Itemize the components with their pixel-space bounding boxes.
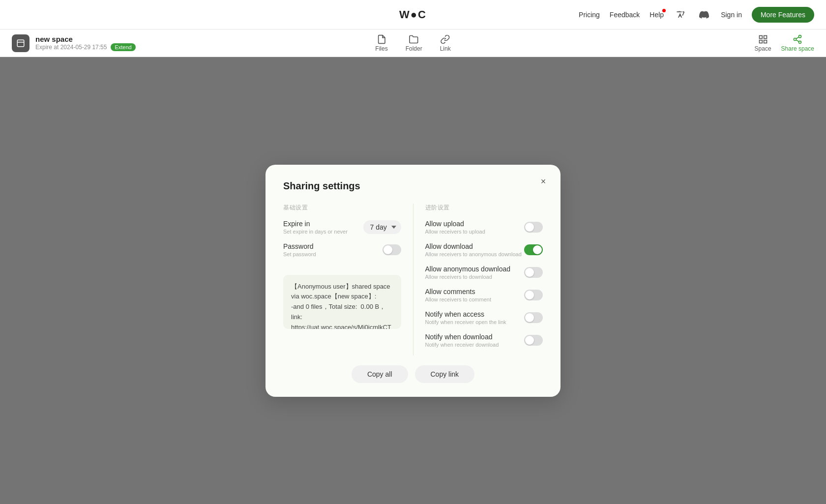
- notify-access-sublabel: Notify when receiver open the link: [425, 319, 506, 325]
- folder-nav-item[interactable]: Folder: [406, 34, 422, 52]
- allow-upload-sublabel: Allow receivers to upload: [425, 229, 485, 235]
- svg-point-5: [799, 35, 801, 37]
- more-features-button[interactable]: More Features: [752, 7, 814, 23]
- signin-button[interactable]: Sign in: [721, 11, 742, 19]
- left-section-title: 基础设置: [283, 204, 401, 212]
- discord-icon[interactable]: [697, 8, 711, 22]
- space-expire: Expire at 2024-05-29 17:55: [35, 44, 107, 51]
- notify-download-row: Notify when download Notify when receive…: [425, 333, 543, 348]
- svg-rect-4: [764, 40, 767, 43]
- space-name: new space: [35, 35, 136, 43]
- help-wrap: Help: [649, 10, 664, 19]
- translate-icon[interactable]: [674, 8, 687, 22]
- expire-label: Expire in: [283, 220, 348, 228]
- allow-comments-row: Allow comments Allow receivers to commen…: [425, 288, 543, 302]
- notify-access-toggle[interactable]: [524, 312, 543, 323]
- svg-rect-2: [764, 35, 767, 38]
- password-sublabel: Set password: [283, 251, 316, 257]
- allow-comments-sublabel: Allow receivers to comment: [425, 296, 492, 302]
- right-section-title: 进阶设置: [425, 204, 543, 212]
- allow-anon-download-label-group: Allow anonymous download Allow receivers…: [425, 265, 511, 280]
- svg-point-7: [799, 41, 801, 43]
- space-icon: [12, 34, 30, 52]
- svg-rect-1: [759, 35, 762, 38]
- files-nav-item[interactable]: Files: [375, 34, 387, 52]
- copy-all-button[interactable]: Copy all: [352, 365, 408, 383]
- svg-line-8: [796, 40, 799, 41]
- expire-select[interactable]: 7 day: [363, 220, 401, 234]
- notify-access-row: Notify when access Notify when receiver …: [425, 310, 543, 325]
- notify-download-sublabel: Notify when receiver download: [425, 342, 499, 348]
- expire-label-group: Expire in Set expire in days or never: [283, 220, 348, 235]
- allow-upload-label: Allow upload: [425, 220, 485, 228]
- sub-nav: new space Expire at 2024-05-29 17:55 Ext…: [0, 30, 826, 57]
- allow-download-row: Allow download Allow receivers to anonym…: [425, 242, 543, 257]
- space-label: Space: [755, 45, 771, 52]
- close-button[interactable]: ×: [536, 175, 551, 189]
- password-label: Password: [283, 242, 316, 250]
- allow-comments-toggle[interactable]: [524, 290, 543, 300]
- svg-line-9: [796, 37, 799, 38]
- modal-title: Sharing settings: [283, 180, 543, 192]
- modal-body: 基础设置 Expire in Set expire in days or nev…: [283, 204, 543, 356]
- modal-overlay: Sharing settings × 基础设置 Expire in Set ex…: [0, 57, 826, 504]
- password-toggle[interactable]: [383, 244, 401, 255]
- allow-comments-label-group: Allow comments Allow receivers to commen…: [425, 288, 492, 302]
- share-text-box[interactable]: [283, 275, 401, 329]
- notify-access-label: Notify when access: [425, 310, 506, 318]
- allow-download-toggle[interactable]: [524, 244, 543, 255]
- notify-access-label-group: Notify when access Notify when receiver …: [425, 310, 506, 325]
- allow-download-label: Allow download: [425, 242, 522, 250]
- feedback-link[interactable]: Feedback: [610, 11, 640, 19]
- extend-badge[interactable]: Extend: [111, 43, 135, 51]
- svg-rect-0: [17, 40, 24, 47]
- right-column: 进阶设置 Allow upload Allow receivers to upl…: [413, 204, 543, 356]
- expire-sublabel: Set expire in days or never: [283, 229, 348, 235]
- allow-download-sublabel: Allow receivers to anonymous download: [425, 251, 522, 257]
- files-label: Files: [375, 45, 387, 52]
- sharing-settings-modal: Sharing settings × 基础设置 Expire in Set ex…: [266, 165, 560, 397]
- space-button[interactable]: Space: [755, 34, 771, 52]
- link-label: Link: [440, 45, 451, 52]
- allow-anon-download-sublabel: Allow receivers to download: [425, 274, 511, 280]
- top-nav-right: Pricing Feedback Help Sign in More Featu…: [579, 7, 814, 23]
- notify-download-label: Notify when download: [425, 333, 499, 341]
- subnav-center: Files Folder Link: [375, 34, 450, 52]
- copy-link-button[interactable]: Copy link: [415, 365, 475, 383]
- help-notification-dot: [662, 9, 666, 12]
- allow-upload-label-group: Allow upload Allow receivers to upload: [425, 220, 485, 235]
- allow-comments-label: Allow comments: [425, 288, 492, 296]
- svg-rect-3: [759, 40, 762, 43]
- subnav-right: Space Share space: [755, 34, 814, 52]
- password-row: Password Set password: [283, 242, 401, 257]
- space-details: new space Expire at 2024-05-29 17:55 Ext…: [35, 35, 136, 51]
- left-column: 基础设置 Expire in Set expire in days or nev…: [283, 204, 413, 356]
- allow-anon-download-row: Allow anonymous download Allow receivers…: [425, 265, 543, 280]
- help-link[interactable]: Help: [649, 11, 664, 19]
- pricing-link[interactable]: Pricing: [579, 11, 600, 19]
- svg-point-6: [794, 38, 796, 40]
- space-info: new space Expire at 2024-05-29 17:55 Ext…: [12, 34, 136, 52]
- expire-row: Expire in Set expire in days or never 7 …: [283, 220, 401, 235]
- notify-download-toggle[interactable]: [524, 335, 543, 346]
- allow-download-label-group: Allow download Allow receivers to anonym…: [425, 242, 522, 257]
- link-nav-item[interactable]: Link: [440, 34, 451, 52]
- folder-label: Folder: [406, 45, 422, 52]
- allow-anon-download-label: Allow anonymous download: [425, 265, 511, 273]
- notify-download-label-group: Notify when download Notify when receive…: [425, 333, 499, 348]
- top-nav: W●C Pricing Feedback Help Sign in More F…: [0, 0, 826, 30]
- modal-footer: Copy all Copy link: [283, 365, 543, 383]
- share-space-label: Share space: [781, 45, 814, 52]
- share-space-button[interactable]: Share space: [781, 34, 814, 52]
- allow-anon-download-toggle[interactable]: [524, 267, 543, 278]
- allow-upload-toggle[interactable]: [524, 222, 543, 233]
- allow-upload-row: Allow upload Allow receivers to upload: [425, 220, 543, 235]
- password-label-group: Password Set password: [283, 242, 316, 257]
- logo: W●C: [399, 8, 427, 21]
